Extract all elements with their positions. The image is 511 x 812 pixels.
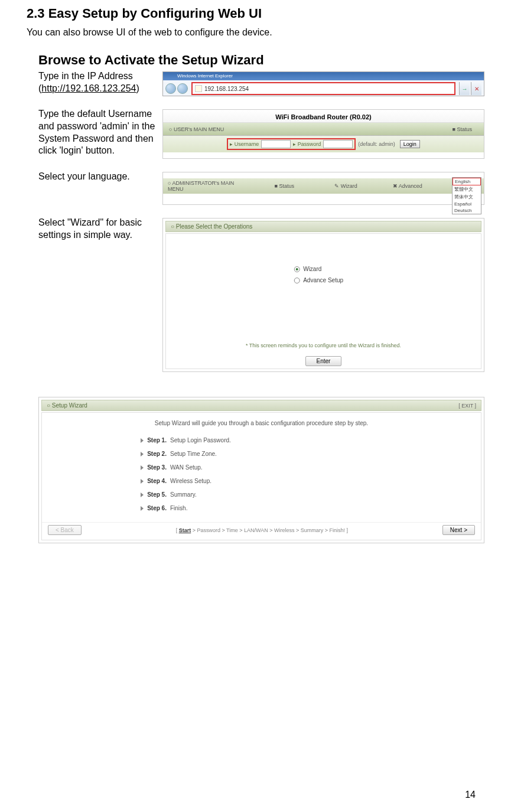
password-input[interactable] (323, 140, 353, 148)
admin-menu-label: ○ ADMINISTRATOR's MAIN MENU (168, 180, 245, 192)
username-label: ▸ Username (230, 141, 259, 147)
user-menu-label: ○ USER's MAIN MENU (169, 126, 453, 132)
credentials-box: ▸ Username ▸ Password (227, 138, 356, 150)
intro-paragraph: You can also browse UI of the web to con… (27, 27, 484, 38)
status-tab[interactable]: ■ Status (453, 126, 472, 132)
go-button[interactable]: → (459, 82, 470, 95)
arrow-icon (141, 479, 144, 484)
breadcrumb: [ Start > Password > Time > LAN/WAN > Wi… (82, 527, 442, 533)
arrow-icon (141, 493, 144, 497)
default-hint: (default: admin) (358, 141, 395, 147)
radio-icon[interactable] (294, 266, 300, 272)
operations-panel: ○ Please Select the Operations Wizard Ad… (162, 218, 484, 372)
wizard-step-3: Step 3. WAN Setup. (141, 464, 382, 471)
wizard-steps-list: Step 1. Setup Login Password. Step 2. Se… (141, 437, 382, 511)
setup-wizard-panel: ○ Setup Wizard [ EXIT ] Setup Wizard wil… (38, 397, 484, 543)
stop-button[interactable]: ✕ (471, 82, 481, 95)
url-value: 192.168.123.254 (204, 86, 249, 92)
lang-option-zhcn[interactable]: 简体中文 (453, 193, 481, 201)
username-input[interactable] (261, 140, 291, 148)
step1-instruction: Type in the IP Address (http://192.168.1… (38, 70, 162, 95)
radio-icon[interactable] (294, 278, 300, 283)
url-bar[interactable]: 192.168.123.254 (191, 82, 455, 95)
router-login-screen: WiFi Broadband Router (R0.02) ○ USER's M… (162, 109, 484, 159)
subsection-heading: Browse to Activate the Setup Wizard (38, 53, 484, 68)
step2-instruction: Type the default Username and password '… (38, 108, 162, 157)
router-header: WiFi Broadband Router (R0.02) (163, 110, 484, 123)
tab-wizard[interactable]: ✎ Wizard (324, 183, 367, 189)
exit-link[interactable]: [ EXIT ] (458, 403, 476, 409)
browser-title: Windows Internet Explorer (163, 72, 484, 80)
section-heading: 2.3 Easy Setup by Configuring Web UI (27, 6, 484, 21)
arrow-icon (141, 452, 144, 456)
reminder-text: * This screen reminds you to configure u… (166, 343, 481, 348)
ip-address-link[interactable]: http://192.168.123.254 (41, 83, 136, 93)
step3-instruction: Select your language. (38, 171, 162, 183)
wizard-step-1: Step 1. Setup Login Password. (141, 437, 382, 443)
wizard-step-2: Step 2. Setup Time Zone. (141, 451, 382, 457)
enter-button[interactable]: Enter (305, 356, 342, 366)
language-bar-screen: ○ ADMINISTRATOR's MAIN MENU ■ Status ✎ W… (162, 172, 484, 205)
lang-option-es[interactable]: Español (453, 201, 481, 207)
option-advance-setup[interactable]: Advance Setup (294, 277, 343, 283)
lang-option-de[interactable]: Deutsch (453, 207, 481, 214)
operations-title: ○ Please Select the Operations (165, 221, 481, 232)
forward-icon[interactable] (177, 83, 188, 94)
lang-option-english[interactable]: English (453, 178, 481, 185)
language-dropdown[interactable]: English 繁體中文 简体中文 Español Deutsch (452, 177, 481, 214)
favicon-icon (195, 85, 202, 92)
step4-instruction: Select "Wizard" for basic settings in si… (38, 217, 162, 242)
next-button[interactable]: Next > (442, 525, 475, 535)
arrow-icon (141, 465, 144, 470)
tab-status[interactable]: ■ Status (262, 183, 306, 189)
back-icon[interactable] (165, 83, 176, 94)
browser-window: Windows Internet Explorer 192.168.123.25… (162, 71, 484, 96)
page-number: 14 (465, 790, 476, 800)
wizard-step-5: Step 5. Summary. (141, 491, 382, 498)
wizard-title: ○ Setup Wizard (47, 402, 87, 409)
wizard-step-6: Step 6. Finish. (141, 505, 382, 511)
arrow-icon (141, 438, 144, 443)
lang-option-zhtw[interactable]: 繁體中文 (453, 185, 481, 193)
wizard-step-4: Step 4. Wireless Setup. (141, 478, 382, 484)
arrow-icon (141, 506, 144, 511)
back-button[interactable]: < Back (48, 525, 82, 535)
password-label: ▸ Password (293, 141, 321, 147)
wizard-description: Setup Wizard will guide you through a ba… (42, 420, 481, 426)
option-wizard[interactable]: Wizard (294, 266, 343, 272)
login-button[interactable]: Login (400, 140, 420, 148)
tab-advanced[interactable]: ✖ Advanced (386, 183, 429, 189)
